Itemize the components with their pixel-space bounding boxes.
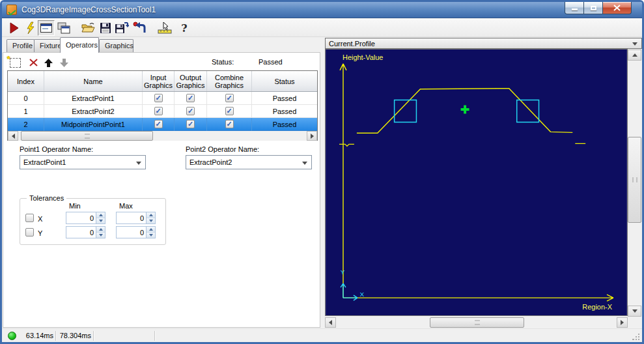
scroll-thumb[interactable]: [21, 131, 153, 141]
scroll-thumb[interactable]: [430, 317, 524, 328]
operators-page: * Status: Passed: [3, 52, 320, 328]
resize-grip[interactable]: [632, 332, 640, 340]
cell-combine-graphics: [207, 118, 252, 131]
table-hscrollbar[interactable]: [8, 131, 317, 141]
pointer-tool-button[interactable]: [157, 21, 173, 35]
title-bar[interactable]: Cog3DRangeImageCrossSectionTool1: [2, 2, 642, 18]
help-button[interactable]: ?: [176, 21, 192, 35]
move-down-button[interactable]: [57, 57, 70, 68]
chart-ylabel: Height-Value: [343, 53, 383, 61]
operator-row[interactable]: 1 ExtractPoint2 Passed: [8, 105, 317, 118]
tolerance-y-max-spinner[interactable]: 0: [116, 226, 156, 238]
operator-row[interactable]: 2 MidpointPointPoint1 Passed: [8, 118, 317, 131]
open-file-button[interactable]: [80, 21, 96, 35]
maximize-button[interactable]: [583, 2, 603, 14]
input-graphics-checkbox[interactable]: [154, 107, 163, 115]
cell-status: Passed: [252, 92, 317, 105]
chart-background: [326, 50, 627, 315]
profile-selector-combo[interactable]: Current.Profile: [325, 38, 642, 49]
operator-row[interactable]: 0 ExtractPoint1 Passed: [8, 92, 317, 105]
operators-table: Index Name Input Graphics Output Graphic…: [7, 70, 318, 141]
cell-input-graphics: [143, 118, 175, 131]
cell-output-graphics: [175, 92, 207, 105]
tolerance-x-max-spinner[interactable]: 0: [116, 212, 156, 224]
run-icon: [8, 22, 20, 35]
arrow-up-icon: [44, 58, 53, 68]
embedded-window-button[interactable]: [38, 20, 55, 36]
combine-graphics-checkbox[interactable]: [225, 107, 234, 115]
cell-input-graphics: [143, 92, 175, 105]
spinner-up-icon: [96, 212, 105, 218]
profile-chart[interactable]: Height-Value Region-X Y X: [325, 49, 628, 316]
status-bar: 63.14ms 78.304ms: [2, 328, 642, 342]
tab-profile[interactable]: Profile: [7, 39, 35, 52]
scroll-left-button[interactable]: [325, 317, 336, 328]
run-button[interactable]: [6, 21, 21, 35]
chart-xlabel: Region-X: [582, 303, 612, 311]
scroll-up-button[interactable]: [628, 50, 641, 61]
spinner-down-icon: [147, 233, 155, 238]
tolerances-group: Tolerances Min Max X 0 0 Y 0 0: [20, 198, 166, 245]
col-index[interactable]: Index: [8, 71, 44, 91]
col-status[interactable]: Status: [252, 71, 317, 91]
scroll-right-icon: [311, 134, 314, 139]
save-button[interactable]: [98, 21, 113, 35]
max-header: Max: [119, 202, 133, 210]
scroll-up-icon: [632, 53, 637, 57]
chart-vscrollbar[interactable]: [628, 50, 641, 317]
tool-window: Cog3DRangeImageCrossSectionTool1: [0, 0, 644, 344]
input-graphics-checkbox[interactable]: [154, 94, 163, 102]
col-input-graphics[interactable]: Input Graphics: [143, 71, 175, 91]
cell-name: ExtractPoint2: [44, 105, 143, 118]
open-folder-icon: [81, 22, 95, 34]
combine-graphics-checkbox[interactable]: [225, 94, 234, 102]
delete-operator-button[interactable]: [27, 57, 40, 68]
tolerance-y-min-spinner[interactable]: 0: [66, 226, 105, 238]
run-lightning-button[interactable]: [23, 21, 38, 35]
spinner-up-icon: [96, 227, 105, 233]
new-operator-icon: *: [10, 58, 21, 68]
run-status-indicator: [8, 332, 16, 340]
tab-graphics[interactable]: Graphics: [99, 39, 133, 52]
output-graphics-checkbox[interactable]: [186, 107, 195, 115]
close-button[interactable]: [602, 2, 632, 14]
minimize-button[interactable]: [565, 2, 584, 14]
col-combine-graphics[interactable]: Combine Graphics: [207, 71, 252, 91]
scroll-down-button[interactable]: [628, 306, 641, 317]
col-name[interactable]: Name: [44, 71, 143, 91]
reset-button[interactable]: [132, 21, 148, 35]
tab-fixture[interactable]: Fixture: [34, 39, 61, 52]
scroll-left-button[interactable]: [8, 131, 18, 141]
cell-name: MidpointPointPoint1: [44, 118, 143, 131]
cell-output-graphics: [175, 105, 207, 118]
tolerance-y-checkbox[interactable]: [25, 228, 34, 236]
scroll-thumb[interactable]: [628, 137, 641, 223]
cell-input-graphics: [143, 105, 175, 118]
move-up-button[interactable]: [42, 57, 55, 68]
col-output-graphics[interactable]: Output Graphics: [175, 71, 207, 91]
scroll-right-button[interactable]: [307, 131, 317, 141]
combine-graphics-checkbox[interactable]: [225, 120, 234, 128]
output-graphics-checkbox[interactable]: [186, 120, 195, 128]
save-as-button[interactable]: [114, 21, 130, 35]
save-as-icon: [115, 22, 129, 35]
point1-operator-combo[interactable]: ExtractPoint1: [20, 155, 146, 169]
tab-operators[interactable]: Operators: [60, 37, 99, 53]
spinner-up-icon: [147, 227, 155, 233]
chevron-down-icon: [632, 42, 637, 46]
tolerance-x-checkbox[interactable]: [25, 214, 34, 222]
chevron-down-icon: [302, 162, 307, 165]
close-icon: [613, 5, 621, 11]
input-graphics-checkbox[interactable]: [154, 120, 163, 128]
save-icon: [100, 22, 111, 34]
output-graphics-checkbox[interactable]: [186, 94, 195, 102]
scroll-right-button[interactable]: [617, 317, 628, 328]
chevron-down-icon: [136, 162, 141, 165]
add-operator-button[interactable]: *: [8, 57, 21, 68]
scroll-right-icon: [621, 320, 624, 325]
point2-operator-combo[interactable]: ExtractPoint2: [186, 155, 312, 169]
floating-window-button[interactable]: [56, 21, 72, 35]
tolerance-x-min-spinner[interactable]: 0: [66, 212, 105, 224]
chart-hscrollbar[interactable]: [325, 317, 628, 328]
scrollbar-corner: [628, 317, 641, 328]
